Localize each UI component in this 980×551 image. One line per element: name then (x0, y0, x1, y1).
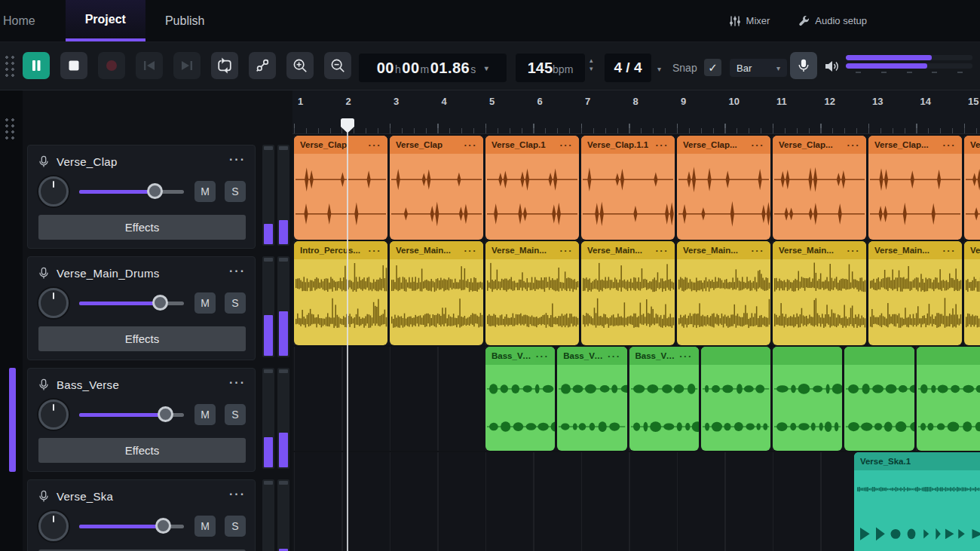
audio-clip[interactable]: Verse_Main...··· (581, 241, 675, 345)
clip-menu-icon[interactable]: ··· (752, 139, 765, 151)
volume-slider[interactable] (79, 183, 184, 200)
tab-project[interactable]: Project (66, 0, 145, 41)
bpm-up-icon[interactable]: ▴ (590, 57, 593, 64)
audio-clip[interactable]: Verse_Clap...··· (773, 136, 866, 240)
time-signature-caret-icon[interactable]: ▾ (657, 65, 661, 73)
clip-menu-icon[interactable]: ··· (536, 350, 550, 362)
volume-slider-handle[interactable] (158, 406, 173, 422)
clip-menu-icon[interactable]: ··· (608, 350, 621, 362)
mute-button[interactable]: M (194, 516, 216, 537)
clip-menu-icon[interactable]: ··· (847, 139, 861, 151)
track-card[interactable]: Verse_Clap···MSEffects (27, 145, 256, 249)
clip-menu-icon[interactable]: ··· (464, 245, 478, 256)
timeline-ruler[interactable]: 123456789101112131415 (292, 90, 980, 134)
audio-clip[interactable]: Verse_Clap...··· (677, 136, 770, 240)
bpm-stepper[interactable]: ▴ ▾ (590, 57, 593, 72)
solo-button[interactable]: S (225, 181, 246, 202)
audio-clip[interactable]: Verse_... (964, 241, 980, 345)
audio-clip[interactable] (701, 347, 770, 451)
audio-clip[interactable] (917, 347, 980, 451)
clip-menu-icon[interactable]: ··· (560, 245, 574, 256)
zoom-out-button[interactable] (324, 52, 351, 79)
stop-button[interactable] (60, 52, 87, 79)
skip-forward-button[interactable] (173, 52, 201, 79)
audio-clip[interactable]: Verse_Main...··· (677, 241, 770, 345)
track-lane[interactable]: Verse_Ska.1 (292, 452, 980, 551)
tracks-drag-handle[interactable] (5, 118, 17, 140)
speaker-icon[interactable] (825, 60, 840, 73)
effects-button[interactable]: Effects (38, 438, 246, 463)
track-lane[interactable]: Bass_Verse···Bass_Verse.1···Bass_Verse.2… (292, 347, 980, 451)
mute-button[interactable]: M (194, 292, 216, 314)
audio-clip[interactable]: Verse_Main...··· (485, 241, 579, 345)
clip-menu-icon[interactable]: ··· (369, 139, 382, 151)
track-menu-icon[interactable]: ··· (229, 488, 246, 501)
effects-button[interactable]: Effects (38, 215, 246, 240)
track-menu-icon[interactable]: ··· (229, 265, 246, 278)
track-menu-icon[interactable]: ··· (229, 153, 246, 167)
audio-clip[interactable]: Verse_Clap.1··· (485, 136, 579, 240)
clip-menu-icon[interactable]: ··· (752, 245, 765, 256)
pan-knob[interactable] (38, 176, 69, 207)
playhead-marker[interactable] (341, 118, 354, 133)
audio-clip[interactable]: Intro_Percus...··· (294, 241, 387, 345)
audio-clip[interactable]: Verse_Clap··· (294, 136, 387, 240)
clip-menu-icon[interactable]: ··· (943, 245, 957, 256)
bpm-display[interactable]: 145bpm (516, 54, 585, 82)
audio-clip[interactable]: Bass_Verse··· (485, 347, 555, 451)
track-lane[interactable]: Verse_Clap···Verse_Clap···Verse_Clap.1··… (292, 136, 980, 240)
clip-menu-icon[interactable]: ··· (679, 350, 693, 362)
time-display[interactable]: 00h00m01.86s ▾ (359, 54, 507, 82)
audio-clip[interactable]: Verse_Main...··· (390, 241, 483, 345)
clip-menu-icon[interactable]: ··· (560, 139, 574, 151)
solo-button[interactable]: S (225, 516, 246, 537)
audio-clip[interactable] (844, 347, 914, 451)
audio-clip[interactable]: Verse_Clap...··· (868, 136, 962, 240)
audio-clip[interactable]: Verse_Clap (964, 136, 980, 240)
solo-button[interactable]: S (225, 292, 246, 314)
audio-clip[interactable]: Bass_Verse.2··· (629, 347, 699, 451)
clip-menu-icon[interactable]: ··· (943, 139, 957, 151)
track-lane[interactable]: Intro_Percus...···Verse_Main...···Verse_… (292, 241, 980, 345)
automation-button[interactable] (249, 52, 276, 79)
nav-home[interactable]: Home (0, 0, 35, 41)
time-signature-display[interactable]: 4 / 4 (605, 54, 651, 82)
snap-grid-select[interactable]: Bar ▾ (730, 59, 787, 77)
audio-setup-button[interactable]: Audio setup (798, 15, 867, 26)
audio-clip[interactable]: Verse_Clap.1.1··· (581, 136, 675, 240)
volume-slider-handle[interactable] (152, 295, 168, 311)
volume-slider-handle[interactable] (147, 183, 163, 199)
tab-publish[interactable]: Publish (145, 0, 224, 41)
clip-menu-icon[interactable]: ··· (369, 245, 382, 256)
audio-clip[interactable]: Verse_Main...··· (773, 241, 866, 345)
pan-knob[interactable] (38, 399, 69, 430)
mute-button[interactable]: M (194, 404, 216, 425)
track-card[interactable]: Verse_Main_Drums···MSEffects (27, 256, 256, 360)
track-menu-icon[interactable]: ··· (229, 376, 246, 390)
clip-menu-icon[interactable]: ··· (464, 139, 478, 151)
transport-drag-handle[interactable] (5, 55, 17, 78)
mute-button[interactable]: M (194, 181, 216, 202)
audio-clip[interactable]: Verse_Clap··· (390, 136, 483, 240)
clip-menu-icon[interactable]: ··· (656, 139, 669, 151)
snap-checkbox[interactable]: ✓ (704, 59, 721, 76)
effects-button[interactable]: Effects (38, 326, 246, 351)
playhead-line[interactable] (347, 133, 348, 551)
skip-back-button[interactable] (136, 52, 163, 79)
mixer-button[interactable]: Mixer (729, 15, 770, 27)
loop-button[interactable] (211, 52, 238, 79)
volume-slider-handle[interactable] (155, 518, 171, 534)
time-display-caret-icon[interactable]: ▾ (485, 64, 489, 72)
pause-button[interactable] (23, 52, 50, 79)
volume-slider[interactable] (79, 295, 184, 311)
volume-slider[interactable] (79, 518, 184, 534)
pan-knob[interactable] (38, 511, 69, 541)
pan-knob[interactable] (38, 288, 69, 318)
zoom-in-button[interactable] (286, 52, 314, 79)
audio-clip[interactable]: Verse_Main...··· (868, 241, 962, 345)
bpm-down-icon[interactable]: ▾ (590, 66, 593, 72)
volume-slider[interactable] (79, 406, 184, 423)
timeline[interactable]: 123456789101112131415 Verse_Clap···Verse… (292, 90, 980, 551)
audio-clip[interactable]: Bass_Verse.1··· (557, 347, 626, 451)
audio-clip[interactable] (773, 347, 842, 451)
